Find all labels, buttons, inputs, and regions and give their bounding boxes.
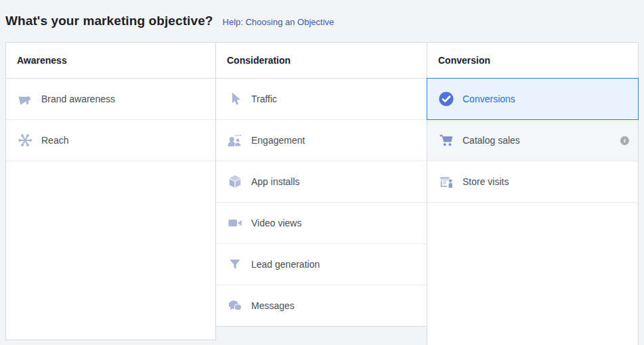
reach-network-icon bbox=[17, 132, 33, 148]
cube-icon bbox=[227, 174, 243, 190]
people-engagement-icon bbox=[227, 132, 243, 148]
objective-brand-awareness[interactable]: Brand awareness bbox=[6, 79, 215, 119]
video-camera-icon bbox=[227, 215, 243, 231]
objective-conversions-selected[interactable]: Conversions bbox=[427, 78, 639, 120]
megaphone-icon bbox=[17, 91, 33, 107]
page-header: What's your marketing objective? Help: C… bbox=[5, 14, 334, 28]
column-header-conversion: Conversion bbox=[427, 43, 638, 79]
objective-label: Store visits bbox=[463, 176, 509, 187]
check-circle-icon bbox=[438, 91, 454, 107]
objective-label: App installs bbox=[251, 176, 300, 187]
help-link[interactable]: Help: Choosing an Objective bbox=[223, 17, 335, 27]
objective-messages[interactable]: Messages bbox=[216, 285, 427, 326]
objective-store-visits[interactable]: Store visits bbox=[427, 161, 638, 202]
funnel-icon bbox=[227, 256, 243, 272]
objective-label: Traffic bbox=[251, 94, 277, 104]
info-icon[interactable]: i bbox=[620, 136, 629, 145]
objective-label: Brand awareness bbox=[41, 94, 115, 104]
column-header-awareness: Awareness bbox=[6, 43, 215, 79]
empty-cell bbox=[427, 202, 638, 345]
objective-columns: Awareness Brand awareness bbox=[5, 42, 639, 345]
objective-reach[interactable]: Reach bbox=[6, 119, 215, 161]
column-consideration: Consideration Traffic bbox=[215, 42, 427, 327]
objective-label: Engagement bbox=[251, 135, 305, 146]
chat-bubbles-icon bbox=[227, 298, 243, 314]
cursor-icon bbox=[227, 91, 243, 107]
column-conversion: Conversion Conversions C bbox=[427, 42, 639, 345]
column-header-consideration: Consideration bbox=[216, 43, 427, 79]
objective-label: Messages bbox=[251, 300, 295, 311]
storefront-icon bbox=[438, 174, 454, 190]
column-awareness: Awareness Brand awareness bbox=[5, 42, 216, 340]
objective-video-views[interactable]: Video views bbox=[216, 202, 427, 243]
objective-label: Lead generation bbox=[251, 259, 320, 270]
objective-label: Conversions bbox=[463, 94, 515, 104]
objective-app-installs[interactable]: App installs bbox=[216, 161, 427, 202]
empty-cell bbox=[6, 161, 215, 340]
page-title: What's your marketing objective? bbox=[5, 14, 213, 28]
objective-traffic[interactable]: Traffic bbox=[216, 79, 427, 119]
objective-lead-generation[interactable]: Lead generation bbox=[216, 243, 427, 285]
objective-label: Reach bbox=[41, 135, 68, 146]
objective-catalog-sales[interactable]: Catalog sales i bbox=[427, 120, 638, 161]
objective-label: Catalog sales bbox=[463, 135, 520, 146]
objective-label: Video views bbox=[251, 218, 301, 228]
objective-engagement[interactable]: Engagement bbox=[216, 119, 427, 161]
shopping-cart-icon bbox=[438, 132, 454, 148]
